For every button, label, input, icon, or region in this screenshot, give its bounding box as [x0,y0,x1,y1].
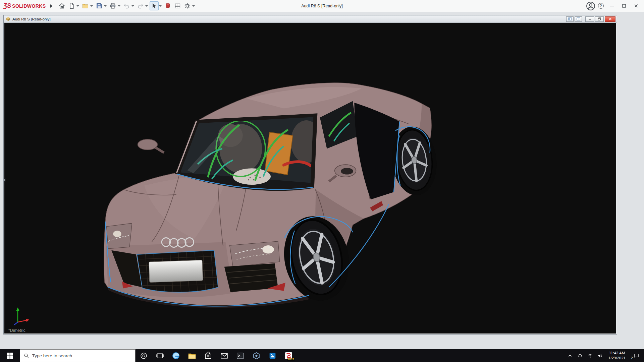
chevron-up-icon [567,353,573,359]
user-account-icon [586,1,596,11]
solidworks-version-badge: 2021 [287,357,294,361]
print-dropdown-caret[interactable] [118,5,120,7]
redo-dropdown-caret[interactable] [145,5,148,7]
photos-app-button[interactable] [264,349,280,362]
redo-button[interactable] [136,1,145,10]
document-title: Audi R8 S [Read-only] [12,17,51,21]
featuremanager-collapse-arrow[interactable] [3,178,6,182]
document-titlebar[interactable]: Audi R8 S [Read-only] [4,15,617,23]
onedrive-tray-button[interactable] [575,349,585,362]
car-model[interactable] [104,83,440,308]
store-icon [204,352,212,360]
select-tool-button[interactable] [150,1,159,10]
display-pane-toggle-right[interactable] [575,16,582,22]
red-cylinder-icon [164,2,171,9]
open-dropdown-caret[interactable] [90,5,93,7]
windows-logo-icon [7,353,13,359]
gear-icon [184,2,191,9]
graphics-viewport[interactable]: *Dimetric [4,23,616,334]
save-icon [96,2,103,9]
menu-expand-arrow[interactable] [50,4,52,8]
orientation-triad [11,305,33,326]
task-view-button[interactable] [152,349,168,362]
file-explorer-button[interactable] [184,349,200,362]
part-document-icon [6,16,11,21]
app-close-button[interactable] [630,0,642,12]
cortana-button[interactable] [136,349,152,362]
search-input[interactable] [32,353,131,358]
volume-tray-button[interactable] [595,349,605,362]
clock-date: 1/29/2021 [608,356,626,361]
file-explorer-icon [188,352,196,360]
mail-button[interactable] [216,349,232,362]
select-tool-dropdown-caret[interactable] [159,5,162,7]
solidworks-logo-text: SOLIDWORKS [12,3,46,9]
save-button[interactable] [95,1,104,10]
undo-dropdown-caret[interactable] [131,5,134,7]
cloud-icon [577,353,583,359]
system-tray: 11:42 AM 1/29/2021 2 [565,349,644,362]
account-button[interactable] [586,1,596,11]
help-icon: ? [598,3,604,9]
print-icon [109,2,116,9]
windows-taskbar: 2021 11:42 AM 1/29/2021 2 [0,349,644,362]
print-button[interactable] [108,1,117,10]
open-folder-icon [82,2,89,9]
render-tool-button[interactable] [163,1,172,10]
solidworks-logo: ƷS SOLIDWORKS [2,2,48,9]
pane-left-icon [568,17,572,20]
home-icon [58,2,65,9]
new-document-icon [68,2,75,9]
undo-button[interactable] [122,1,131,10]
design-table-icon [174,2,181,9]
wifi-icon [587,353,593,359]
notification-count-badge: 2 [631,356,633,360]
doc-close-icon [608,17,612,20]
taskbar-clock[interactable]: 11:42 AM 1/29/2021 [605,351,629,361]
options-button[interactable] [183,1,192,10]
chevron-left-icon [4,178,5,182]
maximize-icon [622,3,627,8]
doc-close-button[interactable] [605,16,615,22]
display-pane-toggle-left[interactable] [566,16,574,22]
terminal-button[interactable] [232,349,248,362]
taskbar-search[interactable] [20,349,136,362]
search-icon [24,353,29,359]
app-window-title: Audi R8 S [Read-only] [301,4,343,8]
undo-icon [123,2,130,9]
action-center-button[interactable]: 2 [629,349,644,362]
help-button[interactable]: ? [596,1,606,11]
options-dropdown-caret[interactable] [192,5,195,7]
edge-button[interactable] [168,349,184,362]
microsoft-store-button[interactable] [200,349,216,362]
doc-restore-button[interactable] [595,16,604,22]
tray-expand-button[interactable] [565,349,575,362]
new-document-button[interactable] [67,1,76,10]
solidworks-taskbar-button[interactable]: 2021 [280,349,297,362]
clock-time: 11:42 AM [608,351,626,356]
notification-icon [634,353,639,359]
app-toolbar: ƷS SOLIDWORKS Audi R8 S [Read-only] [0,0,644,12]
hexagon-app-button[interactable] [248,349,264,362]
app-maximize-button[interactable] [618,0,630,12]
design-table-button[interactable] [173,1,182,10]
save-dropdown-caret[interactable] [104,5,107,7]
solidworks-logo-mark: ƷS [3,2,11,9]
network-tray-button[interactable] [585,349,595,362]
doc-minimize-button[interactable] [585,16,594,22]
speaker-icon [597,353,603,359]
minimize-icon [609,3,614,8]
document-window: Audi R8 S [Read-only] [3,15,617,335]
3d-scene[interactable] [4,23,616,334]
open-button[interactable] [81,1,90,10]
redo-icon [137,2,144,9]
start-button[interactable] [0,349,20,362]
doc-restore-icon [598,17,601,20]
license-plate [149,260,203,283]
hexagon-app-icon [252,352,261,360]
cortana-icon [140,352,148,360]
home-button[interactable] [57,1,66,10]
app-minimize-button[interactable] [606,0,618,12]
mail-icon [220,352,228,360]
new-document-dropdown-caret[interactable] [76,5,79,7]
